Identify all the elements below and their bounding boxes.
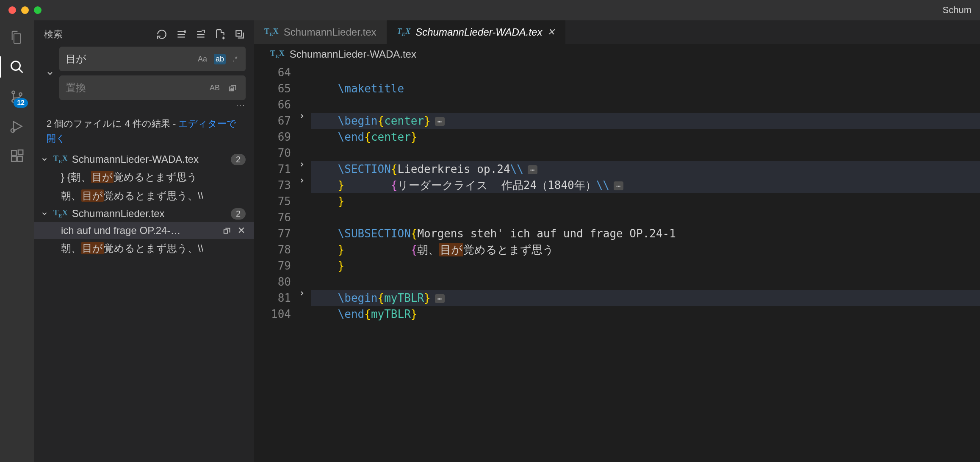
- titlebar: Schum: [0, 0, 980, 20]
- match-case-icon[interactable]: Aa: [196, 54, 209, 64]
- line-number: 78: [254, 242, 291, 258]
- run-debug-icon[interactable]: [8, 118, 25, 135]
- result-file[interactable]: TEXSchumannLieder.tex2: [34, 205, 254, 222]
- code-line[interactable]: }: [311, 258, 980, 274]
- code-line[interactable]: [311, 145, 980, 161]
- whole-word-icon[interactable]: ab: [214, 54, 226, 64]
- svg-point-0: [11, 61, 20, 70]
- result-line[interactable]: 朝、目が覚めるとまず思う、\\: [34, 186, 254, 205]
- extensions-icon[interactable]: [8, 148, 25, 164]
- chevron-down-icon[interactable]: [41, 210, 49, 217]
- svg-line-1: [19, 69, 22, 72]
- code-line[interactable]: [311, 97, 980, 113]
- open-new-editor-icon[interactable]: [195, 28, 207, 40]
- svg-point-4: [19, 93, 22, 96]
- fold-indicator-icon[interactable]: [299, 177, 311, 193]
- new-file-icon[interactable]: [214, 28, 226, 40]
- fold-indicator-icon[interactable]: [299, 161, 311, 177]
- dismiss-icon[interactable]: [237, 226, 246, 235]
- preserve-case-icon[interactable]: AB: [208, 83, 221, 93]
- code-line[interactable]: \end{center}: [311, 129, 980, 145]
- replace-icon[interactable]: [223, 226, 232, 235]
- replace-input[interactable]: 置換 AB ac: [59, 75, 246, 100]
- code-line[interactable]: \maketitle: [311, 81, 980, 97]
- ellipsis-icon: ···: [236, 102, 246, 109]
- window-title: Schum: [943, 5, 972, 16]
- folded-code-indicator[interactable]: ⋯: [435, 117, 445, 126]
- source-control-badge: 12: [14, 98, 28, 108]
- folded-code-indicator[interactable]: ⋯: [614, 181, 623, 190]
- code-line[interactable]: [311, 64, 980, 81]
- editor-tab[interactable]: TEXSchumannLieder-WADA.tex✕: [387, 20, 566, 44]
- replace-all-icon[interactable]: ac: [227, 82, 239, 93]
- line-number: 81: [254, 290, 291, 306]
- code-line[interactable]: \SUBSECTION{Morgens steh' ich auf und fr…: [311, 225, 980, 242]
- search-options: Aa ab .*: [196, 54, 239, 64]
- activity-bar: 12: [0, 20, 34, 462]
- code-line[interactable]: \begin{myTBLR}⋯: [311, 290, 980, 306]
- line-number: 80: [254, 274, 291, 290]
- editor-area: TEXSchumannLieder.texTEXSchumannLieder-W…: [254, 20, 980, 462]
- line-number-gutter: 646566676970717375767778798081104: [254, 64, 299, 462]
- folded-code-indicator[interactable]: ⋯: [435, 294, 445, 303]
- result-text: 朝、目が覚めるとまず思う、\\: [61, 189, 203, 203]
- toggle-search-details[interactable]: ···: [34, 100, 254, 109]
- code-content[interactable]: \maketitle \begin{center}⋯ \end{center} …: [311, 64, 980, 462]
- line-number: 69: [254, 129, 291, 145]
- line-number: 70: [254, 145, 291, 161]
- search-icon[interactable]: [8, 58, 25, 75]
- fold-indicator-icon[interactable]: [299, 290, 311, 306]
- close-tab-icon[interactable]: ✕: [547, 27, 555, 38]
- svg-rect-8: [11, 156, 16, 161]
- fold-indicator-icon: [299, 258, 311, 274]
- tex-icon: TEX: [53, 209, 68, 219]
- svg-rect-9: [17, 156, 22, 161]
- results-summary: 2 個のファイルに 4 件の結果 - エディターで開く: [34, 109, 254, 151]
- result-count-badge: 2: [231, 208, 246, 220]
- refresh-icon[interactable]: [156, 28, 168, 40]
- source-control-icon[interactable]: 12: [8, 88, 25, 105]
- breadcrumb[interactable]: TEX SchumannLieder-WADA.tex: [254, 44, 980, 64]
- collapse-all-icon[interactable]: [234, 28, 246, 40]
- code-line[interactable]: \end{myTBLR}: [311, 306, 980, 322]
- result-line[interactable]: ich auf und frage OP.24-…: [34, 222, 254, 239]
- line-number: 76: [254, 209, 291, 225]
- fold-indicator-icon[interactable]: [299, 113, 311, 129]
- result-file-name: SchumannLieder-WADA.tex: [72, 153, 227, 165]
- editor-tab[interactable]: TEXSchumannLieder.tex: [254, 20, 387, 44]
- fold-indicator-icon: [299, 193, 311, 209]
- search-sidebar: 検索: [34, 20, 254, 462]
- folded-code-indicator[interactable]: ⋯: [528, 165, 537, 174]
- editor-tabs: TEXSchumannLieder.texTEXSchumannLieder-W…: [254, 20, 980, 44]
- clear-results-icon[interactable]: [175, 28, 187, 40]
- close-window-button[interactable]: [8, 6, 16, 14]
- code-line[interactable]: \begin{center}⋯: [311, 113, 980, 129]
- result-line[interactable]: } {朝、目が覚めるとまず思う: [34, 168, 254, 186]
- toggle-replace-chevron-icon[interactable]: [44, 67, 56, 79]
- editor[interactable]: 646566676970717375767778798081104 \maket…: [254, 64, 980, 462]
- tex-icon: TEX: [264, 27, 279, 38]
- fold-indicator-icon: [299, 64, 311, 81]
- code-line[interactable]: } {リーダークライス 作品24（1840年）\\⋯: [311, 177, 980, 193]
- maximize-window-button[interactable]: [34, 6, 42, 14]
- line-number: 71: [254, 161, 291, 177]
- code-line[interactable]: \SECTION{Liederkreis op.24\\⋯: [311, 161, 980, 177]
- result-line-actions: [223, 226, 246, 235]
- line-number: 67: [254, 113, 291, 129]
- code-line[interactable]: } {朝、目が覚めるとまず思う: [311, 242, 980, 258]
- regex-icon[interactable]: .*: [231, 54, 239, 64]
- fold-indicator-icon: [299, 225, 311, 242]
- result-line[interactable]: 朝、目が覚めるとまず思う、\\: [34, 239, 254, 258]
- search-input[interactable]: 目が Aa ab .*: [59, 47, 246, 71]
- chevron-down-icon[interactable]: [41, 156, 49, 163]
- result-file[interactable]: TEXSchumannLieder-WADA.tex2: [34, 151, 254, 168]
- code-line[interactable]: [311, 274, 980, 290]
- breadcrumb-file: SchumannLieder-WADA.tex: [290, 48, 416, 60]
- minimize-window-button[interactable]: [21, 6, 29, 14]
- svg-rect-10: [18, 150, 23, 155]
- line-number: 104: [254, 306, 291, 322]
- code-line[interactable]: [311, 209, 980, 225]
- code-line[interactable]: }: [311, 193, 980, 209]
- fold-indicator-icon: [299, 97, 311, 113]
- explorer-icon[interactable]: [8, 29, 25, 46]
